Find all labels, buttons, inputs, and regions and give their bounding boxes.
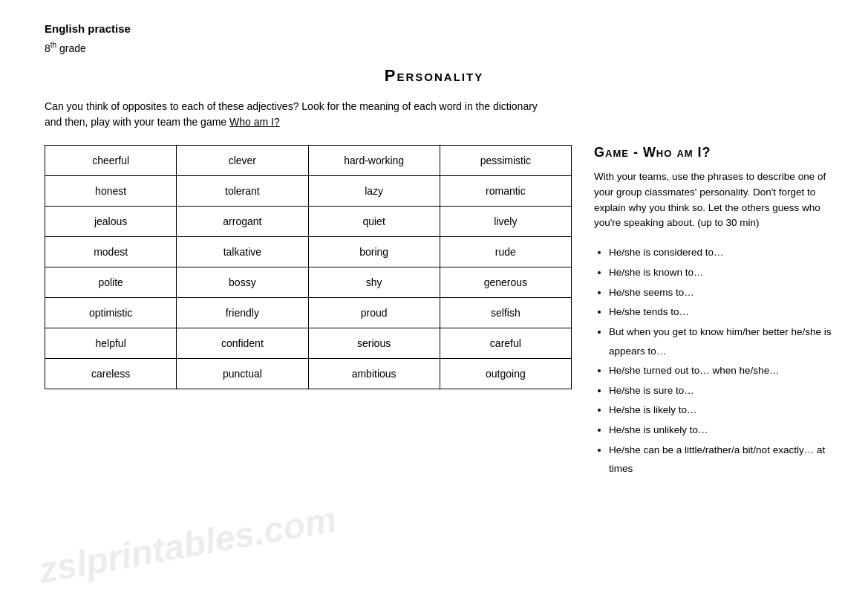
table-cell: ambitious [308,358,440,389]
page-header-title: English practise [45,22,823,35]
table-cell: proud [308,297,440,328]
table-cell: bossy [177,267,308,297]
game-phrase-item: He/she is known to… [609,263,846,282]
table-cell: lively [440,206,571,236]
game-phrase-item: He/she is likely to… [609,400,846,420]
grade-suffix: grade [56,42,86,54]
table-cell: optimistic [45,297,177,328]
table-cell: confident [177,328,308,358]
table-cell: selfish [440,297,571,328]
table-row: honesttolerantlazyromantic [45,175,572,206]
game-phrases-list: He/she is considered to…He/she is known … [594,243,846,478]
table-cell: cheerful [45,145,177,175]
grade-number: 8 [45,42,50,54]
table-cell: careless [45,358,177,389]
table-row: modesttalkativeboringrude [45,236,572,267]
game-description: With your teams, use the phrases to desc… [594,169,846,232]
table-cell: serious [308,328,440,358]
table-cell: honest [45,175,177,206]
table-cell: jealous [45,206,177,236]
game-phrase-item: But when you get to know him/her better … [609,322,846,360]
game-phrase-item: He/she is sure to… [609,381,846,400]
table-cell: friendly [177,297,308,328]
table-row: politebossyshygenerous [45,267,572,297]
table-cell: outgoing [440,358,571,389]
table-row: optimisticfriendlyproudselfish [45,297,572,328]
word-table: cheerfulcleverhard-workingpessimistichon… [45,145,572,389]
table-cell: polite [45,267,177,297]
table-row: jealousarrogantquietlively [45,206,572,236]
table-cell: romantic [440,175,571,206]
grade-label: 8th grade [45,41,823,54]
left-section: cheerfulcleverhard-workingpessimistichon… [45,145,572,404]
game-title: Game - Who am I? [594,145,846,160]
table-cell: tolerant [177,175,308,206]
table-cell: rude [440,236,571,267]
table-row: helpfulconfidentseriouscareful [45,328,572,358]
intro-text: Can you think of opposites to each of th… [45,99,549,130]
who-am-i-link: Who am I? [229,116,280,128]
table-row: cheerfulcleverhard-workingpessimistic [45,145,572,175]
table-cell: careful [440,328,571,358]
game-phrase-item: He/she is unlikely to… [609,421,846,440]
table-cell: lazy [308,175,440,206]
table-cell: boring [308,236,440,267]
game-phrase-item: He/she can be a little/rather/a bit/not … [609,441,846,478]
game-phrase-item: He/she seems to… [609,283,846,302]
game-phrase-item: He/she tends to… [609,302,846,322]
table-cell: modest [45,236,177,267]
grade-super: th [50,41,56,49]
game-phrase-item: He/she turned out to… when he/she… [609,361,846,380]
table-row: carelesspunctualambitiousoutgoing [45,358,572,389]
table-cell: helpful [45,328,177,358]
main-layout: cheerfulcleverhard-workingpessimistichon… [45,145,823,479]
table-cell: arrogant [177,206,308,236]
table-cell: shy [308,267,440,297]
table-cell: generous [440,267,571,297]
table-cell: punctual [177,358,308,389]
intro-part1: Can you think of opposites to each of th… [45,100,538,128]
watermark: zslprintables.com [36,499,339,591]
game-phrase-item: He/she is considered to… [609,243,846,262]
right-section: Game - Who am I? With your teams, use th… [594,145,846,479]
table-cell: pessimistic [440,145,571,175]
table-cell: clever [177,145,308,175]
table-cell: hard-working [308,145,440,175]
page-title: Personality [45,66,823,85]
table-cell: quiet [308,206,440,236]
table-cell: talkative [177,236,308,267]
